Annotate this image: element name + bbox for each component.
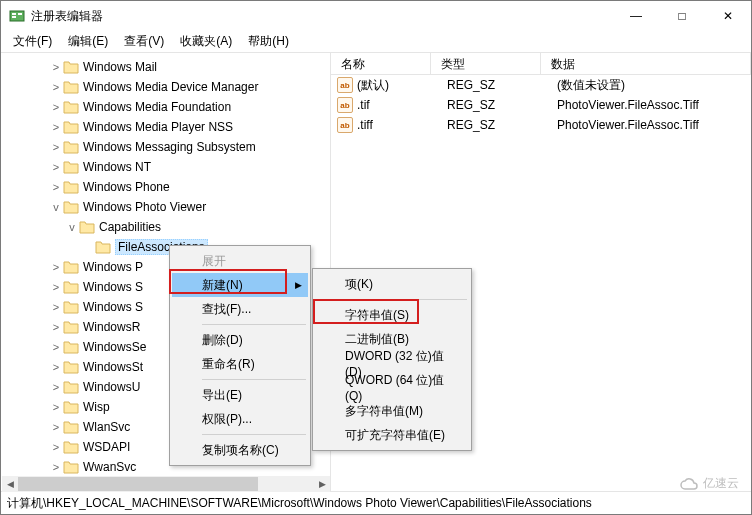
tree-label[interactable]: Windows Mail [83, 60, 157, 74]
ctx-export[interactable]: 导出(E) [172, 383, 308, 407]
menu-view[interactable]: 查看(V) [116, 31, 172, 52]
expand-icon[interactable]: > [49, 461, 63, 473]
tree-item[interactable]: >Windows Media Device Manager [1, 77, 330, 97]
scrollbar-horizontal[interactable]: ◀ ▶ [2, 476, 330, 492]
expand-icon[interactable]: > [49, 181, 63, 193]
expand-icon[interactable]: > [49, 421, 63, 433]
tree-label[interactable]: WindowsR [83, 320, 140, 334]
menu-file[interactable]: 文件(F) [5, 31, 60, 52]
expand-icon[interactable]: > [49, 381, 63, 393]
list-item[interactable]: ab.tifREG_SZPhotoViewer.FileAssoc.Tiff [331, 95, 751, 115]
expand-icon[interactable]: > [49, 441, 63, 453]
menu-edit[interactable]: 编辑(E) [60, 31, 116, 52]
expand-icon[interactable]: > [49, 121, 63, 133]
tree-item[interactable]: vCapabilities [1, 217, 330, 237]
watermark: 亿速云 [679, 475, 739, 492]
ctx-new-multi[interactable]: 多字符串值(M) [315, 399, 469, 423]
menu-help[interactable]: 帮助(H) [240, 31, 297, 52]
ctx-new-key[interactable]: 项(K) [315, 272, 469, 296]
tree-item[interactable]: >Windows Media Player NSS [1, 117, 330, 137]
expand-icon[interactable]: > [49, 361, 63, 373]
folder-icon [95, 240, 111, 254]
expand-icon[interactable]: > [49, 141, 63, 153]
string-value-icon: ab [337, 117, 353, 133]
tree-label[interactable]: WwanSvc [83, 460, 136, 474]
value-data: PhotoViewer.FileAssoc.Tiff [557, 118, 751, 132]
tree-label[interactable]: WindowsSe [83, 340, 146, 354]
scroll-left-icon[interactable]: ◀ [2, 476, 18, 492]
ctx-new-qword[interactable]: QWORD (64 位)值(Q) [315, 375, 469, 399]
regedit-icon [9, 8, 25, 24]
tree-item[interactable]: vWindows Photo Viewer [1, 197, 330, 217]
tree-item[interactable]: >Windows Messaging Subsystem [1, 137, 330, 157]
statusbar: 计算机\HKEY_LOCAL_MACHINE\SOFTWARE\Microsof… [1, 491, 751, 513]
tree-label[interactable]: Windows NT [83, 160, 151, 174]
ctx-rename[interactable]: 重命名(R) [172, 352, 308, 376]
expand-icon[interactable]: > [49, 301, 63, 313]
separator [202, 324, 306, 325]
ctx-copykey[interactable]: 复制项名称(C) [172, 438, 308, 462]
tree-label[interactable]: Windows S [83, 300, 143, 314]
menu-favorites[interactable]: 收藏夹(A) [172, 31, 240, 52]
tree-label[interactable]: Windows Phone [83, 180, 170, 194]
value-name: .tif [357, 98, 447, 112]
tree-label[interactable]: WindowsU [83, 380, 140, 394]
context-menu: 展开 新建(N)▶ 查找(F)... 删除(D) 重命名(R) 导出(E) 权限… [169, 245, 311, 466]
folder-icon [63, 140, 79, 154]
expand-icon[interactable]: > [49, 101, 63, 113]
svg-rect-2 [12, 16, 16, 18]
minimize-button[interactable]: — [613, 1, 659, 31]
close-button[interactable]: ✕ [705, 1, 751, 31]
expand-icon[interactable]: v [49, 201, 63, 213]
tree-item[interactable]: >Windows Mail [1, 57, 330, 77]
expand-icon[interactable]: v [65, 221, 79, 233]
folder-icon [63, 460, 79, 474]
tree-item[interactable]: >Windows Media Foundation [1, 97, 330, 117]
titlebar: 注册表编辑器 — □ ✕ [1, 1, 751, 31]
tree-label[interactable]: Windows Media Device Manager [83, 80, 258, 94]
tree-label[interactable]: Windows S [83, 280, 143, 294]
tree-label[interactable]: Capabilities [99, 220, 161, 234]
context-submenu-new: 项(K) 字符串值(S) 二进制值(B) DWORD (32 位)值(D) QW… [312, 268, 472, 451]
tree-label[interactable]: WlanSvc [83, 420, 130, 434]
tree-label[interactable]: Windows Photo Viewer [83, 200, 206, 214]
tree-label[interactable]: Windows Messaging Subsystem [83, 140, 256, 154]
ctx-new-string[interactable]: 字符串值(S) [315, 303, 469, 327]
value-data: (数值未设置) [557, 77, 751, 94]
expand-icon[interactable]: > [49, 81, 63, 93]
tree-label[interactable]: WSDAPI [83, 440, 130, 454]
ctx-new-expand[interactable]: 可扩充字符串值(E) [315, 423, 469, 447]
expand-icon[interactable]: > [49, 261, 63, 273]
tree-label[interactable]: Wisp [83, 400, 110, 414]
ctx-permissions[interactable]: 权限(P)... [172, 407, 308, 431]
column-headers: 名称 类型 数据 [331, 53, 751, 75]
ctx-delete[interactable]: 删除(D) [172, 328, 308, 352]
tree-label[interactable]: Windows Media Foundation [83, 100, 231, 114]
expand-icon[interactable]: > [49, 341, 63, 353]
value-type: REG_SZ [447, 98, 557, 112]
tree-label[interactable]: Windows Media Player NSS [83, 120, 233, 134]
folder-icon [63, 440, 79, 454]
expand-icon[interactable]: > [49, 401, 63, 413]
cloud-icon [679, 477, 699, 491]
tree-label[interactable]: Windows P [83, 260, 143, 274]
tree-item[interactable]: >Windows Phone [1, 177, 330, 197]
col-type[interactable]: 类型 [431, 53, 541, 74]
list-item[interactable]: ab.tiffREG_SZPhotoViewer.FileAssoc.Tiff [331, 115, 751, 135]
expand-icon[interactable]: > [49, 281, 63, 293]
folder-icon [63, 200, 79, 214]
expand-icon[interactable]: > [49, 161, 63, 173]
col-data[interactable]: 数据 [541, 53, 751, 74]
scroll-right-icon[interactable]: ▶ [314, 476, 330, 492]
list-item[interactable]: ab(默认)REG_SZ(数值未设置) [331, 75, 751, 95]
col-name[interactable]: 名称 [331, 53, 431, 74]
folder-icon [63, 260, 79, 274]
ctx-new[interactable]: 新建(N)▶ [172, 273, 308, 297]
maximize-button[interactable]: □ [659, 1, 705, 31]
ctx-find[interactable]: 查找(F)... [172, 297, 308, 321]
scroll-thumb[interactable] [18, 477, 258, 491]
tree-label[interactable]: WindowsSt [83, 360, 143, 374]
tree-item[interactable]: >Windows NT [1, 157, 330, 177]
expand-icon[interactable]: > [49, 321, 63, 333]
expand-icon[interactable]: > [49, 61, 63, 73]
